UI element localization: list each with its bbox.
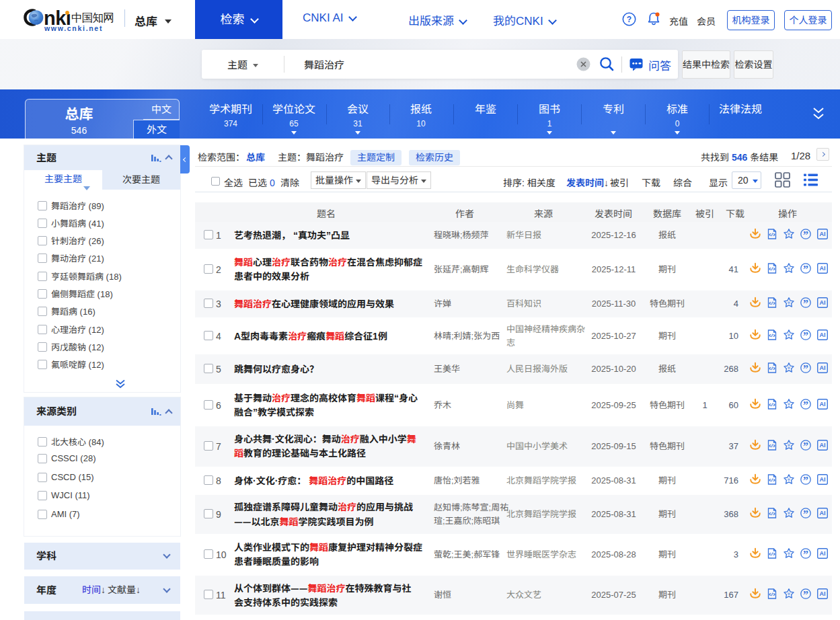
svg-text:AI: AI (820, 401, 826, 408)
svg-text:AI: AI (820, 442, 826, 449)
svg-text:AI: AI (820, 550, 826, 557)
svg-text:”: ” (803, 298, 808, 309)
svg-text:?: ? (627, 15, 632, 24)
svg-text:”: ” (803, 508, 808, 519)
svg-text:”: ” (803, 440, 808, 451)
svg-text:中国知网: 中国知网 (71, 11, 114, 24)
svg-text:”: ” (803, 264, 808, 274)
svg-text:www.cnki.net: www.cnki.net (44, 24, 103, 32)
svg-text:AI: AI (820, 265, 826, 272)
svg-text:AI: AI (820, 332, 826, 338)
svg-text:”: ” (803, 589, 808, 600)
svg-text:AI: AI (820, 231, 826, 237)
svg-text:”: ” (803, 330, 808, 340)
svg-text:”: ” (803, 475, 808, 486)
svg-text:”: ” (803, 399, 808, 410)
svg-text:AI: AI (820, 299, 826, 306)
svg-text:”: ” (803, 363, 808, 374)
svg-text:AI: AI (820, 590, 826, 597)
svg-text:”: ” (803, 229, 808, 240)
svg-text:AI: AI (820, 476, 826, 483)
svg-text:AI: AI (820, 510, 826, 516)
svg-text:AI: AI (820, 364, 826, 371)
svg-text:”: ” (803, 549, 808, 559)
